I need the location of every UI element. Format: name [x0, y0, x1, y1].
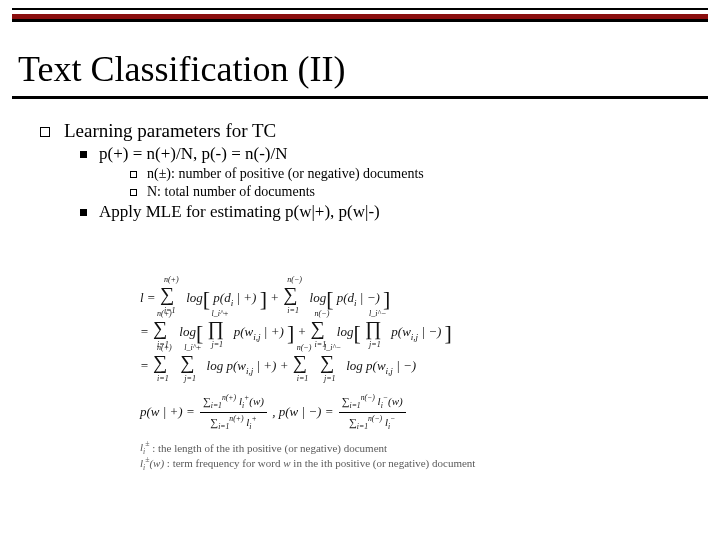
eq-text: =: [140, 324, 152, 339]
gloss-line: li± : the length of the ith positive (or…: [140, 441, 660, 457]
equation-line-3: = n(+)∑i=1 l_i^+∑j=1 log p(wi,j | +) + n…: [140, 350, 660, 378]
bullet-lvl2: Apply MLE for estimating p(w|+), p(w|-): [80, 202, 690, 222]
square-bullet-icon: [130, 189, 137, 196]
denominator: ∑i=1n(+) li+: [200, 413, 267, 433]
eq-text: p(wi,j | −) ]: [391, 324, 452, 339]
numerator: ∑i=1n(+) li+(w): [200, 392, 267, 413]
bullet-text: n(±): number of positive (or negative) d…: [147, 166, 424, 182]
bullet-lvl1: Learning parameters for TC: [40, 120, 690, 142]
filled-square-bullet-icon: [80, 151, 87, 158]
square-bullet-icon: [130, 171, 137, 178]
sigma-icon: n(−)∑i=1: [293, 350, 315, 378]
eq-text: log p(wi,j | −): [346, 358, 416, 373]
body: Learning parameters for TC p(+) = n(+)/N…: [40, 120, 690, 224]
bullet-lvl3: N: total number of documents: [130, 184, 690, 200]
gloss-line: li±(w) : term frequency for word w in th…: [140, 456, 660, 472]
sigma-icon: l_i^+∑j=1: [180, 350, 202, 378]
eq-text: , p(w | −) =: [272, 404, 336, 419]
sigma-icon: n(+)∑i=1: [153, 316, 175, 344]
equation-line-4: p(w | +) = ∑i=1n(+) li+(w) ∑i=1n(+) li+ …: [140, 392, 660, 433]
bullet-text: Apply MLE for estimating p(w|+), p(w|-): [99, 202, 380, 222]
equations-block: l = n(+)∑i=1 log[ p(di | +) ] + n(−)∑i=1…: [140, 276, 660, 472]
sigma-icon: l_i^−∑j=1: [320, 350, 342, 378]
bullet-lvl3: n(±): number of positive (or negative) d…: [130, 166, 690, 182]
eq-text: l =: [140, 290, 159, 305]
eq-text: log p(wi,j | +) +: [207, 358, 292, 373]
sigma-icon: n(−)∑i=1: [283, 282, 305, 310]
slide: Text Classification (II) Learning parame…: [0, 0, 720, 540]
bullet-text: Learning parameters for TC: [64, 120, 276, 142]
eq-text: p(wi,j | +) ] +: [234, 324, 310, 339]
eq-text: log[ p(di | −) ]: [310, 290, 391, 305]
bullet-lvl2: p(+) = n(+)/N, p(-) = n(-)/N: [80, 144, 690, 164]
eq-text: log[: [337, 324, 361, 339]
title-stripe-fill: [12, 14, 708, 19]
pi-icon: l_i^−∏j=1: [365, 316, 387, 344]
eq-text: =: [140, 358, 152, 373]
equation-gloss: li± : the length of the ith positive (or…: [140, 441, 660, 472]
bullet-text: p(+) = n(+)/N, p(-) = n(-)/N: [99, 144, 287, 164]
sigma-icon: n(−)∑i=1: [311, 316, 333, 344]
fraction: ∑i=1n(−) li−(w) ∑i=1n(−) li−: [339, 392, 406, 433]
equation-line-1: l = n(+)∑i=1 log[ p(di | +) ] + n(−)∑i=1…: [140, 282, 660, 310]
sigma-icon: n(+)∑i=1: [160, 282, 182, 310]
bullet-text: N: total number of documents: [147, 184, 315, 200]
eq-text: log[: [179, 324, 203, 339]
filled-square-bullet-icon: [80, 209, 87, 216]
slide-title: Text Classification (II): [18, 48, 345, 90]
eq-text: p(w | +) =: [140, 404, 198, 419]
fraction: ∑i=1n(+) li+(w) ∑i=1n(+) li+: [200, 392, 267, 433]
title-underline: [12, 96, 708, 99]
equation-line-2: = n(+)∑i=1 log[ l_i^+∏j=1 p(wi,j | +) ] …: [140, 316, 660, 344]
title-stripe: [12, 8, 708, 22]
denominator: ∑i=1n(−) li−: [339, 413, 406, 433]
eq-text: log[ p(di | +) ] +: [186, 290, 282, 305]
square-bullet-icon: [40, 127, 50, 137]
numerator: ∑i=1n(−) li−(w): [339, 392, 406, 413]
pi-icon: l_i^+∏j=1: [207, 316, 229, 344]
sigma-icon: n(+)∑i=1: [153, 350, 175, 378]
